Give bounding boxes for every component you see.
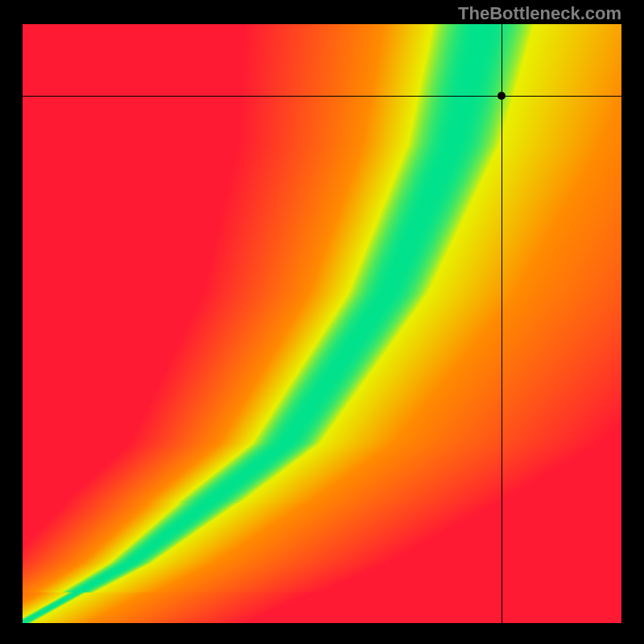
crosshair-vertical (502, 24, 502, 623)
crosshair-horizontal (23, 96, 621, 97)
heatmap-canvas (23, 24, 621, 623)
watermark-text: TheBottleneck.com (458, 3, 621, 24)
heatmap-chart (23, 24, 621, 623)
crosshair-point (497, 92, 506, 100)
